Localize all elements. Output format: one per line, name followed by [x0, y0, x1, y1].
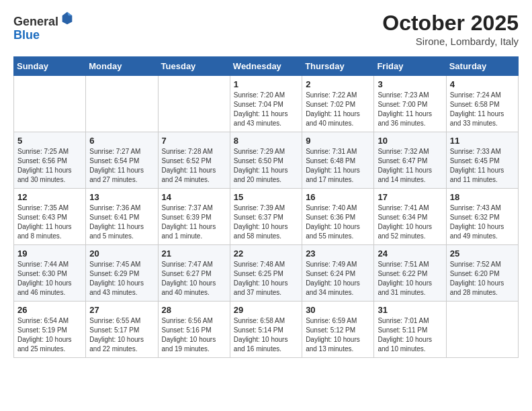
calendar-header-row: Sunday Monday Tuesday Wednesday Thursday… — [14, 57, 519, 76]
day-info: Sunrise: 6:58 AM Sunset: 5:14 PM Dayligh… — [234, 316, 298, 354]
day-number: 16 — [306, 192, 370, 202]
table-row: 7Sunrise: 7:28 AM Sunset: 6:52 PM Daylig… — [158, 132, 230, 189]
col-monday: Monday — [86, 57, 158, 76]
day-info: Sunrise: 7:37 AM Sunset: 6:39 PM Dayligh… — [162, 203, 226, 241]
table-row: 20Sunrise: 7:45 AM Sunset: 6:29 PM Dayli… — [86, 245, 158, 302]
table-row: 3Sunrise: 7:23 AM Sunset: 7:00 PM Daylig… — [374, 76, 446, 132]
logo: General Blue — [13, 11, 75, 42]
table-row: 27Sunrise: 6:55 AM Sunset: 5:17 PM Dayli… — [86, 302, 158, 358]
calendar-week-row: 26Sunrise: 6:54 AM Sunset: 5:19 PM Dayli… — [14, 302, 519, 358]
table-row: 1Sunrise: 7:20 AM Sunset: 7:04 PM Daylig… — [230, 76, 302, 132]
day-number: 8 — [234, 136, 298, 146]
day-number: 19 — [17, 248, 82, 259]
table-row: 12Sunrise: 7:35 AM Sunset: 6:43 PM Dayli… — [14, 189, 86, 245]
day-number: 27 — [89, 305, 154, 315]
day-number: 1 — [234, 79, 298, 89]
day-number: 30 — [306, 305, 370, 315]
calendar-week-row: 12Sunrise: 7:35 AM Sunset: 6:43 PM Dayli… — [14, 189, 519, 245]
table-row: 16Sunrise: 7:40 AM Sunset: 6:36 PM Dayli… — [302, 189, 374, 245]
day-info: Sunrise: 7:23 AM Sunset: 7:00 PM Dayligh… — [378, 91, 442, 128]
day-number: 12 — [17, 192, 82, 202]
day-number: 2 — [306, 79, 370, 89]
day-info: Sunrise: 6:54 AM Sunset: 5:19 PM Dayligh… — [17, 316, 82, 354]
day-info: Sunrise: 7:01 AM Sunset: 5:11 PM Dayligh… — [378, 316, 442, 354]
day-info: Sunrise: 7:44 AM Sunset: 6:30 PM Dayligh… — [17, 260, 82, 298]
day-info: Sunrise: 7:39 AM Sunset: 6:37 PM Dayligh… — [234, 203, 298, 241]
day-number: 9 — [306, 136, 370, 146]
table-row: 2Sunrise: 7:22 AM Sunset: 7:02 PM Daylig… — [302, 76, 374, 132]
day-info: Sunrise: 7:47 AM Sunset: 6:27 PM Dayligh… — [162, 260, 226, 298]
day-number: 28 — [162, 305, 226, 315]
table-row — [86, 76, 158, 132]
table-row: 11Sunrise: 7:33 AM Sunset: 6:45 PM Dayli… — [446, 132, 518, 189]
table-row: 29Sunrise: 6:58 AM Sunset: 5:14 PM Dayli… — [230, 302, 302, 358]
table-row: 18Sunrise: 7:43 AM Sunset: 6:32 PM Dayli… — [446, 189, 518, 245]
calendar-week-row: 19Sunrise: 7:44 AM Sunset: 6:30 PM Dayli… — [14, 245, 519, 302]
day-info: Sunrise: 7:22 AM Sunset: 7:02 PM Dayligh… — [306, 91, 370, 128]
day-info: Sunrise: 7:33 AM Sunset: 6:45 PM Dayligh… — [450, 147, 515, 185]
table-row: 23Sunrise: 7:49 AM Sunset: 6:24 PM Dayli… — [302, 245, 374, 302]
day-info: Sunrise: 7:29 AM Sunset: 6:50 PM Dayligh… — [234, 147, 298, 185]
table-row: 10Sunrise: 7:32 AM Sunset: 6:47 PM Dayli… — [374, 132, 446, 189]
day-info: Sunrise: 7:28 AM Sunset: 6:52 PM Dayligh… — [162, 147, 226, 185]
table-row: 8Sunrise: 7:29 AM Sunset: 6:50 PM Daylig… — [230, 132, 302, 189]
day-info: Sunrise: 7:35 AM Sunset: 6:43 PM Dayligh… — [17, 203, 82, 241]
day-number: 11 — [450, 136, 515, 146]
day-number: 14 — [162, 192, 226, 202]
day-info: Sunrise: 6:59 AM Sunset: 5:12 PM Dayligh… — [306, 316, 370, 354]
day-info: Sunrise: 6:55 AM Sunset: 5:17 PM Dayligh… — [89, 316, 154, 354]
title-block: October 2025 Sirone, Lombardy, Italy — [382, 11, 519, 47]
day-number: 13 — [89, 192, 154, 202]
table-row: 31Sunrise: 7:01 AM Sunset: 5:11 PM Dayli… — [374, 302, 446, 358]
table-row: 30Sunrise: 6:59 AM Sunset: 5:12 PM Dayli… — [302, 302, 374, 358]
day-number: 3 — [378, 79, 442, 89]
day-info: Sunrise: 7:27 AM Sunset: 6:54 PM Dayligh… — [89, 147, 154, 185]
table-row: 4Sunrise: 7:24 AM Sunset: 6:58 PM Daylig… — [446, 76, 518, 132]
col-saturday: Saturday — [446, 57, 518, 76]
day-number: 7 — [162, 136, 226, 146]
page-header: General Blue October 2025 Sirone, Lombar… — [13, 11, 519, 47]
calendar-body: 1Sunrise: 7:20 AM Sunset: 7:04 PM Daylig… — [14, 76, 519, 358]
logo-icon — [60, 11, 75, 26]
table-row: 17Sunrise: 7:41 AM Sunset: 6:34 PM Dayli… — [374, 189, 446, 245]
day-number: 26 — [17, 305, 82, 315]
table-row: 25Sunrise: 7:52 AM Sunset: 6:20 PM Dayli… — [446, 245, 518, 302]
day-info: Sunrise: 7:31 AM Sunset: 6:48 PM Dayligh… — [306, 147, 370, 185]
table-row: 13Sunrise: 7:36 AM Sunset: 6:41 PM Dayli… — [86, 189, 158, 245]
day-info: Sunrise: 7:48 AM Sunset: 6:25 PM Dayligh… — [234, 260, 298, 298]
calendar-week-row: 5Sunrise: 7:25 AM Sunset: 6:56 PM Daylig… — [14, 132, 519, 189]
col-sunday: Sunday — [14, 57, 86, 76]
logo-general-text: General — [13, 15, 58, 28]
col-wednesday: Wednesday — [230, 57, 302, 76]
table-row — [14, 76, 86, 132]
table-row: 5Sunrise: 7:25 AM Sunset: 6:56 PM Daylig… — [14, 132, 86, 189]
day-info: Sunrise: 7:24 AM Sunset: 6:58 PM Dayligh… — [450, 91, 515, 128]
day-number: 29 — [234, 305, 298, 315]
day-number: 24 — [378, 248, 442, 259]
day-number: 25 — [450, 248, 515, 259]
calendar-table: Sunday Monday Tuesday Wednesday Thursday… — [13, 56, 519, 358]
table-row — [158, 76, 230, 132]
day-info: Sunrise: 7:36 AM Sunset: 6:41 PM Dayligh… — [89, 203, 154, 241]
calendar-week-row: 1Sunrise: 7:20 AM Sunset: 7:04 PM Daylig… — [14, 76, 519, 132]
day-info: Sunrise: 7:40 AM Sunset: 6:36 PM Dayligh… — [306, 203, 370, 241]
day-info: Sunrise: 7:52 AM Sunset: 6:20 PM Dayligh… — [450, 260, 515, 298]
table-row — [446, 302, 518, 358]
table-row: 14Sunrise: 7:37 AM Sunset: 6:39 PM Dayli… — [158, 189, 230, 245]
day-number: 6 — [89, 136, 154, 146]
day-info: Sunrise: 7:32 AM Sunset: 6:47 PM Dayligh… — [378, 147, 442, 185]
day-info: Sunrise: 7:20 AM Sunset: 7:04 PM Dayligh… — [234, 91, 298, 128]
day-number: 31 — [378, 305, 442, 315]
col-thursday: Thursday — [302, 57, 374, 76]
table-row: 19Sunrise: 7:44 AM Sunset: 6:30 PM Dayli… — [14, 245, 86, 302]
logo-blue-text: Blue — [13, 28, 40, 42]
day-info: Sunrise: 7:25 AM Sunset: 6:56 PM Dayligh… — [17, 147, 82, 185]
table-row: 6Sunrise: 7:27 AM Sunset: 6:54 PM Daylig… — [86, 132, 158, 189]
day-info: Sunrise: 7:43 AM Sunset: 6:32 PM Dayligh… — [450, 203, 515, 241]
day-number: 15 — [234, 192, 298, 202]
day-number: 4 — [450, 79, 515, 89]
col-tuesday: Tuesday — [158, 57, 230, 76]
day-info: Sunrise: 7:41 AM Sunset: 6:34 PM Dayligh… — [378, 203, 442, 241]
col-friday: Friday — [374, 57, 446, 76]
day-info: Sunrise: 7:51 AM Sunset: 6:22 PM Dayligh… — [378, 260, 442, 298]
